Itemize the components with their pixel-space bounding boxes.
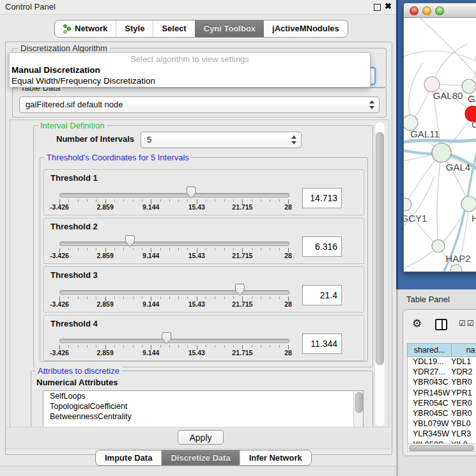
cell: YDR2 xyxy=(451,367,472,376)
tab-infer-network[interactable]: Infer Network xyxy=(240,450,311,465)
tab-network[interactable]: Network xyxy=(55,20,116,37)
dropdown-option-manual-discretization[interactable]: Manual Discretization xyxy=(10,65,370,75)
columns-icon[interactable] xyxy=(435,319,447,330)
node-label: C xyxy=(472,119,476,130)
node-label: H xyxy=(472,213,476,224)
close-traffic-light-icon[interactable] xyxy=(410,6,418,15)
number-of-intervals-select[interactable]: 5 xyxy=(141,132,302,148)
threshold-value-field[interactable]: 11.344 xyxy=(302,334,342,354)
cell: YER0 xyxy=(451,399,472,408)
close-icon[interactable]: ✖ xyxy=(385,1,392,11)
scale-label: 21.715 xyxy=(232,203,252,211)
tab-select[interactable]: Select xyxy=(153,20,194,37)
vertical-scrollbar-thumb[interactable] xyxy=(376,132,384,365)
table-row[interactable]: YBR045CYBR0 xyxy=(408,409,476,419)
tab-label: Network xyxy=(75,20,107,37)
list-item[interactable]: BetweennessCentrality xyxy=(43,411,363,422)
group-title: Attributes to discretize xyxy=(35,366,122,376)
number-of-intervals-label: Number of Intervals xyxy=(56,134,134,144)
slider-track[interactable] xyxy=(59,339,289,343)
threshold-value-field[interactable]: 21.4 xyxy=(302,285,342,305)
node-hap2[interactable] xyxy=(432,240,445,252)
attributes-list[interactable]: SelfLoops TopologicalCoefficient Between… xyxy=(43,390,364,429)
threshold-slider[interactable]: -3.426 2.859 9.144 15.43 21.715 28 xyxy=(59,170,288,215)
cell: YBR0 xyxy=(451,378,472,387)
table-row[interactable]: YDL19...YDL1 xyxy=(408,357,476,367)
vertical-scrollbar[interactable] xyxy=(374,121,385,427)
top-tab-bar: Network Style Select Cyni Toolbox jActiv… xyxy=(54,20,348,38)
horizontal-scrollbar-thumb[interactable] xyxy=(409,445,474,451)
slider-track[interactable] xyxy=(59,193,289,197)
group-title: Interval Definition xyxy=(38,121,107,130)
slider-track[interactable] xyxy=(59,242,289,246)
column-header-name[interactable]: na xyxy=(452,343,476,357)
node-label: GCY1 xyxy=(404,213,427,224)
slider-track[interactable] xyxy=(59,290,289,295)
scale-label: 9.144 xyxy=(142,300,159,308)
checkbox-icon[interactable]: ☑ xyxy=(467,319,474,328)
apply-strip: Apply xyxy=(6,427,390,449)
tab-impute-data[interactable]: Impute Data xyxy=(96,450,161,465)
slider-scale-labels: -3.426 2.859 9.144 15.43 21.715 28 xyxy=(59,203,288,211)
threshold-slider[interactable]: -3.426 2.859 9.144 15.43 21.715 28 xyxy=(59,316,288,360)
network-canvas[interactable]: GAL80 GA C GAL11 GAL4 GCY1 H HAP2 xyxy=(404,18,476,272)
scale-label: 15.43 xyxy=(188,349,205,357)
tab-discretize-data[interactable]: Discretize Data xyxy=(161,450,239,465)
table-data-select[interactable]: galFiltered.sif default node xyxy=(19,96,380,113)
node-top-right[interactable] xyxy=(462,79,476,93)
node-gal4[interactable] xyxy=(432,143,451,162)
control-panel-titlebar: Control Panel ✖ xyxy=(0,0,396,15)
table-row[interactable]: YER054CYER0 xyxy=(408,399,476,409)
tab-jactivemnodules[interactable]: jActiveMNodules xyxy=(264,20,348,37)
scale-label: 21.715 xyxy=(232,300,252,308)
cell: YLR3 xyxy=(451,429,471,438)
node-h[interactable] xyxy=(461,196,476,211)
float-icon[interactable] xyxy=(374,4,381,11)
scale-label: 21.715 xyxy=(232,252,252,259)
bottom-strip xyxy=(0,466,396,476)
scale-label: 15.43 xyxy=(188,300,205,308)
table-row[interactable]: YBR043CYBR0 xyxy=(408,378,476,388)
column-header-shared-name[interactable]: shared... xyxy=(407,343,452,357)
table-row[interactable]: YPR145WYPR1 xyxy=(408,388,476,399)
table-row[interactable]: YBL079WYBL0 xyxy=(408,419,476,429)
node-label: GAL4 xyxy=(446,162,470,173)
threshold-slider[interactable]: -3.426 2.859 9.144 15.43 21.715 28 xyxy=(59,219,288,263)
table-row[interactable]: YLR345WYLR3 xyxy=(408,429,476,440)
tab-style[interactable]: Style xyxy=(116,20,153,37)
scale-label: 9.144 xyxy=(142,349,159,357)
list-item[interactable]: TopologicalCoefficient xyxy=(43,401,363,411)
table-row[interactable]: YDR27...YDR2 xyxy=(408,367,476,378)
scale-label: -3.426 xyxy=(50,203,69,211)
threshold-panel-4: Threshold 4 -3.426 2.859 9.144 15.43 21.… xyxy=(43,315,364,361)
minimize-traffic-light-icon[interactable] xyxy=(422,6,431,15)
checkbox-icon[interactable]: ☑ xyxy=(459,319,466,328)
zoom-traffic-light-icon[interactable] xyxy=(435,6,444,15)
group-title: Threshold's Coordinates for 5 Intervals xyxy=(44,153,192,162)
list-scrollbar[interactable] xyxy=(353,391,363,429)
threshold-value-field[interactable]: 6.316 xyxy=(302,236,342,257)
threshold-value-field[interactable]: 14.713 xyxy=(302,188,342,208)
horizontal-scrollbar[interactable] xyxy=(407,443,476,452)
attributes-group: Attributes to discretize Numerical Attri… xyxy=(31,371,373,429)
cell: YLR345W xyxy=(408,429,451,438)
list-scrollbar-thumb[interactable] xyxy=(355,392,363,413)
cell: YBR043C xyxy=(408,378,451,387)
dropdown-placeholder: Select algorithm to view settings xyxy=(10,53,370,65)
network-window-titlebar[interactable] xyxy=(404,3,476,18)
gear-icon[interactable]: ⚙ xyxy=(412,317,422,330)
number-of-intervals-value: 5 xyxy=(147,135,151,144)
threshold-panel-3: Threshold 3 -3.426 2.859 9.144 15.43 21.… xyxy=(43,266,364,312)
apply-button[interactable]: Apply xyxy=(178,430,224,445)
threshold-slider[interactable]: -3.426 2.859 9.144 15.43 21.715 28 xyxy=(59,267,288,312)
scale-label: 9.144 xyxy=(142,252,159,259)
slider-scale-labels: -3.426 2.859 9.144 15.43 21.715 28 xyxy=(59,300,288,308)
node-gcy1[interactable] xyxy=(404,198,411,211)
table-panel-title: Table Panel xyxy=(406,295,450,304)
nodes[interactable] xyxy=(404,77,476,272)
network-graph: GAL80 GA C GAL11 GAL4 GCY1 H HAP2 xyxy=(404,18,476,272)
node-label: HAP2 xyxy=(445,253,470,264)
tab-cyni-toolbox[interactable]: Cyni Toolbox xyxy=(195,20,264,37)
list-item[interactable]: SelfLoops xyxy=(43,391,363,401)
dropdown-option-equal-width-frequency[interactable]: Equal Width/Frequency Discretization xyxy=(10,75,370,86)
